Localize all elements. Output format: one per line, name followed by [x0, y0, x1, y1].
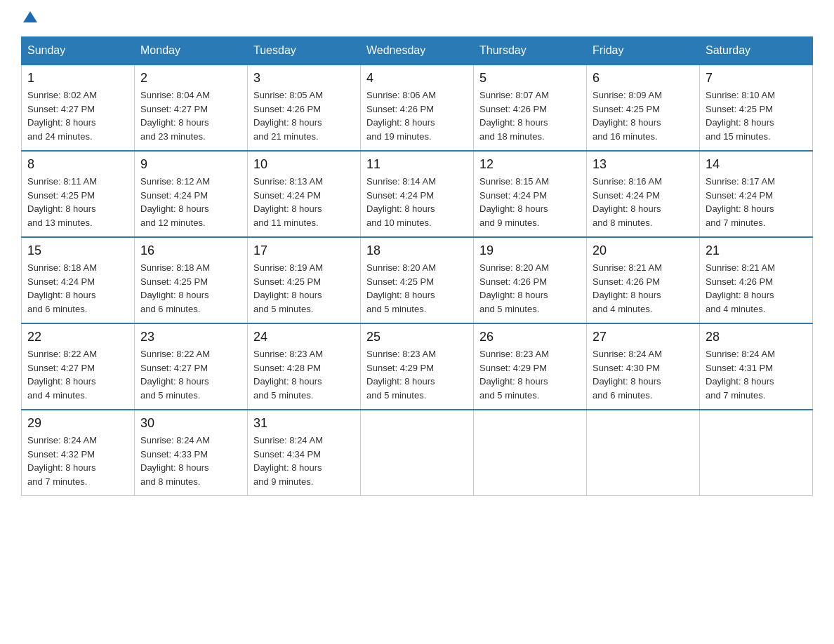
day-number: 20: [593, 243, 694, 258]
day-info: Sunrise: 8:06 AMSunset: 4:26 PMDaylight:…: [366, 88, 468, 143]
day-info: Sunrise: 8:13 AMSunset: 4:24 PMDaylight:…: [253, 175, 355, 229]
day-number: 15: [27, 243, 128, 258]
logo: [21, 14, 37, 22]
day-number: 25: [366, 330, 468, 344]
day-cell: 10Sunrise: 8:13 AMSunset: 4:24 PMDayligh…: [248, 151, 361, 237]
day-info: Sunrise: 8:24 AMSunset: 4:31 PMDaylight:…: [706, 347, 807, 402]
day-cell: 1Sunrise: 8:02 AMSunset: 4:27 PMDaylight…: [22, 65, 135, 151]
day-number: 10: [253, 157, 355, 172]
day-number: 22: [27, 330, 128, 344]
day-number: 8: [27, 157, 128, 172]
day-cell: [700, 410, 813, 496]
day-cell: 23Sunrise: 8:22 AMSunset: 4:27 PMDayligh…: [135, 323, 248, 410]
day-cell: 9Sunrise: 8:12 AMSunset: 4:24 PMDaylight…: [135, 151, 248, 237]
day-number: 23: [140, 330, 241, 344]
day-info: Sunrise: 8:16 AMSunset: 4:24 PMDaylight:…: [593, 175, 694, 229]
day-number: 3: [253, 71, 355, 86]
calendar-body: 1Sunrise: 8:02 AMSunset: 4:27 PMDaylight…: [22, 65, 813, 496]
day-number: 24: [253, 330, 355, 344]
day-cell: 13Sunrise: 8:16 AMSunset: 4:24 PMDayligh…: [587, 151, 700, 237]
day-cell: 19Sunrise: 8:20 AMSunset: 4:26 PMDayligh…: [474, 237, 587, 323]
day-cell: 8Sunrise: 8:11 AMSunset: 4:25 PMDaylight…: [22, 151, 135, 237]
week-row-2: 8Sunrise: 8:11 AMSunset: 4:25 PMDaylight…: [22, 151, 813, 237]
header-row: SundayMondayTuesdayWednesdayThursdayFrid…: [22, 37, 813, 65]
day-number: 9: [140, 157, 241, 172]
day-cell: 3Sunrise: 8:05 AMSunset: 4:26 PMDaylight…: [248, 65, 361, 151]
day-number: 27: [593, 330, 694, 344]
day-number: 21: [706, 243, 807, 258]
day-cell: 31Sunrise: 8:24 AMSunset: 4:34 PMDayligh…: [248, 410, 361, 496]
day-info: Sunrise: 8:10 AMSunset: 4:25 PMDaylight:…: [706, 88, 807, 143]
day-number: 26: [479, 330, 581, 344]
logo-triangle-icon: [23, 11, 37, 22]
day-number: 5: [479, 71, 581, 86]
day-cell: 5Sunrise: 8:07 AMSunset: 4:26 PMDaylight…: [474, 65, 587, 151]
day-number: 18: [366, 243, 468, 258]
day-info: Sunrise: 8:02 AMSunset: 4:27 PMDaylight:…: [27, 88, 128, 143]
day-info: Sunrise: 8:24 AMSunset: 4:33 PMDaylight:…: [140, 434, 241, 488]
day-cell: [361, 410, 474, 496]
page-header: [21, 14, 813, 22]
day-info: Sunrise: 8:14 AMSunset: 4:24 PMDaylight:…: [366, 175, 468, 229]
day-cell: 15Sunrise: 8:18 AMSunset: 4:24 PMDayligh…: [22, 237, 135, 323]
day-info: Sunrise: 8:05 AMSunset: 4:26 PMDaylight:…: [253, 88, 355, 143]
day-cell: 28Sunrise: 8:24 AMSunset: 4:31 PMDayligh…: [700, 323, 813, 410]
day-info: Sunrise: 8:12 AMSunset: 4:24 PMDaylight:…: [140, 175, 241, 229]
header-sunday: Sunday: [22, 37, 135, 65]
day-number: 14: [706, 157, 807, 172]
day-info: Sunrise: 8:24 AMSunset: 4:30 PMDaylight:…: [593, 347, 694, 402]
day-cell: 11Sunrise: 8:14 AMSunset: 4:24 PMDayligh…: [361, 151, 474, 237]
day-info: Sunrise: 8:24 AMSunset: 4:34 PMDaylight:…: [253, 434, 355, 488]
day-cell: 22Sunrise: 8:22 AMSunset: 4:27 PMDayligh…: [22, 323, 135, 410]
header-thursday: Thursday: [474, 37, 587, 65]
day-cell: 27Sunrise: 8:24 AMSunset: 4:30 PMDayligh…: [587, 323, 700, 410]
day-info: Sunrise: 8:07 AMSunset: 4:26 PMDaylight:…: [479, 88, 581, 143]
day-cell: 4Sunrise: 8:06 AMSunset: 4:26 PMDaylight…: [361, 65, 474, 151]
day-cell: 24Sunrise: 8:23 AMSunset: 4:28 PMDayligh…: [248, 323, 361, 410]
day-cell: 30Sunrise: 8:24 AMSunset: 4:33 PMDayligh…: [135, 410, 248, 496]
day-cell: 16Sunrise: 8:18 AMSunset: 4:25 PMDayligh…: [135, 237, 248, 323]
day-number: 2: [140, 71, 241, 86]
calendar-table: SundayMondayTuesdayWednesdayThursdayFrid…: [21, 36, 813, 496]
day-info: Sunrise: 8:22 AMSunset: 4:27 PMDaylight:…: [140, 347, 241, 402]
week-row-5: 29Sunrise: 8:24 AMSunset: 4:32 PMDayligh…: [22, 410, 813, 496]
day-info: Sunrise: 8:17 AMSunset: 4:24 PMDaylight:…: [706, 175, 807, 229]
day-info: Sunrise: 8:24 AMSunset: 4:32 PMDaylight:…: [27, 434, 128, 488]
day-info: Sunrise: 8:11 AMSunset: 4:25 PMDaylight:…: [27, 175, 128, 229]
day-cell: 12Sunrise: 8:15 AMSunset: 4:24 PMDayligh…: [474, 151, 587, 237]
day-cell: 29Sunrise: 8:24 AMSunset: 4:32 PMDayligh…: [22, 410, 135, 496]
day-number: 7: [706, 71, 807, 86]
day-info: Sunrise: 8:23 AMSunset: 4:29 PMDaylight:…: [366, 347, 468, 402]
day-cell: 25Sunrise: 8:23 AMSunset: 4:29 PMDayligh…: [361, 323, 474, 410]
day-cell: 7Sunrise: 8:10 AMSunset: 4:25 PMDaylight…: [700, 65, 813, 151]
day-info: Sunrise: 8:21 AMSunset: 4:26 PMDaylight:…: [706, 261, 807, 316]
day-info: Sunrise: 8:09 AMSunset: 4:25 PMDaylight:…: [593, 88, 694, 143]
header-friday: Friday: [587, 37, 700, 65]
header-saturday: Saturday: [700, 37, 813, 65]
day-number: 16: [140, 243, 241, 258]
day-cell: 21Sunrise: 8:21 AMSunset: 4:26 PMDayligh…: [700, 237, 813, 323]
day-number: 28: [706, 330, 807, 344]
header-monday: Monday: [135, 37, 248, 65]
day-number: 4: [366, 71, 468, 86]
day-number: 1: [27, 71, 128, 86]
header-tuesday: Tuesday: [248, 37, 361, 65]
day-info: Sunrise: 8:20 AMSunset: 4:25 PMDaylight:…: [366, 261, 468, 316]
day-cell: 26Sunrise: 8:23 AMSunset: 4:29 PMDayligh…: [474, 323, 587, 410]
day-number: 11: [366, 157, 468, 172]
day-number: 13: [593, 157, 694, 172]
day-cell: 2Sunrise: 8:04 AMSunset: 4:27 PMDaylight…: [135, 65, 248, 151]
day-cell: 18Sunrise: 8:20 AMSunset: 4:25 PMDayligh…: [361, 237, 474, 323]
week-row-4: 22Sunrise: 8:22 AMSunset: 4:27 PMDayligh…: [22, 323, 813, 410]
header-wednesday: Wednesday: [361, 37, 474, 65]
day-cell: [474, 410, 587, 496]
logo-general-text: [21, 14, 37, 22]
calendar-header: SundayMondayTuesdayWednesdayThursdayFrid…: [22, 37, 813, 65]
day-info: Sunrise: 8:18 AMSunset: 4:24 PMDaylight:…: [27, 261, 128, 316]
day-cell: 14Sunrise: 8:17 AMSunset: 4:24 PMDayligh…: [700, 151, 813, 237]
day-cell: 20Sunrise: 8:21 AMSunset: 4:26 PMDayligh…: [587, 237, 700, 323]
day-info: Sunrise: 8:20 AMSunset: 4:26 PMDaylight:…: [479, 261, 581, 316]
day-info: Sunrise: 8:04 AMSunset: 4:27 PMDaylight:…: [140, 88, 241, 143]
day-number: 17: [253, 243, 355, 258]
day-info: Sunrise: 8:15 AMSunset: 4:24 PMDaylight:…: [479, 175, 581, 229]
